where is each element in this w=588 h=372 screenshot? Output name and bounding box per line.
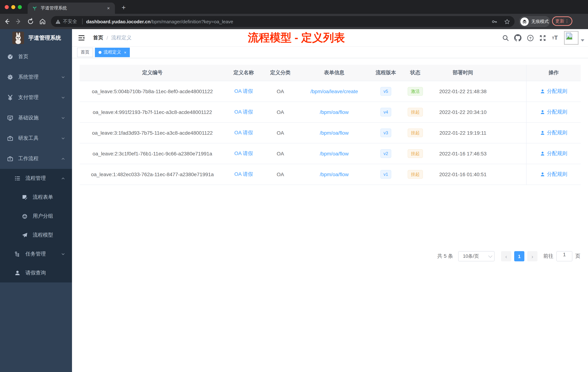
jumper-input[interactable]: 1 — [556, 251, 572, 261]
definition-name-link[interactable]: OA 请假 — [234, 171, 253, 178]
sidebar-item-label: 工作流程 — [18, 155, 39, 162]
chrome-menu-icon[interactable]: ⋮ — [565, 20, 569, 22]
password-key-icon[interactable] — [491, 18, 497, 25]
chevron-down-icon — [62, 96, 65, 99]
reload-icon[interactable] — [27, 18, 34, 25]
sidebar-item-process-model[interactable]: 流程模型 — [0, 226, 72, 245]
app-title: 芋道管理系统 — [28, 34, 61, 41]
tree-icon — [15, 251, 20, 257]
table-row: oa_leave:1:482ec033-762a-11ec-8477-a2380… — [80, 164, 581, 185]
search-icon[interactable] — [499, 29, 512, 47]
browser-tabbar: 芋道管理系统 × + — [0, 0, 588, 14]
form-link[interactable]: /bpm/oa/flow — [320, 109, 349, 115]
sidebar-item-infra[interactable]: 基础设施 — [0, 108, 72, 128]
breadcrumb-home[interactable]: 首页 — [93, 34, 103, 41]
cell-category: OA — [262, 109, 299, 115]
chevron-down-icon — [62, 76, 65, 79]
definition-name-link[interactable]: OA 请假 — [234, 109, 253, 115]
sidebar-item-workflow[interactable]: 工作流程 — [0, 149, 72, 169]
browser-tab[interactable]: 芋道管理系统 × — [28, 2, 115, 14]
security-warning-label[interactable]: 不安全 — [63, 18, 77, 25]
tag-close-icon[interactable]: × — [124, 50, 126, 55]
assign-rule-button[interactable]: 分配规则 — [540, 171, 567, 178]
traffic-light-zoom[interactable] — [18, 5, 22, 9]
prev-page-button[interactable]: ‹ — [501, 251, 511, 261]
home-icon[interactable] — [39, 18, 46, 25]
sidebar-item-label: 研发工具 — [18, 135, 39, 142]
sidebar-item-label: 请假查询 — [25, 270, 46, 276]
form-link[interactable]: /bpm/oa/flow — [320, 171, 349, 177]
assign-rule-button[interactable]: 分配规则 — [540, 150, 567, 157]
col-actions: 操作 — [526, 65, 581, 81]
definition-table: 定义编号 定义名称 定义分类 表单信息 流程版本 状态 部署时间 操作 oa_l… — [80, 65, 581, 185]
sidebar-item-label: 流程管理 — [25, 175, 46, 182]
sidebar-item-label: 支付管理 — [18, 94, 39, 101]
sidebar-item-process-mgmt[interactable]: 流程管理 — [0, 169, 72, 188]
svg-text:?: ? — [529, 36, 531, 40]
help-icon[interactable]: ? — [524, 29, 536, 47]
sidebar-toggle-icon[interactable] — [78, 35, 85, 41]
cell-deploy-time: 2022-01-22 19:19:11 — [429, 130, 497, 136]
tag-home[interactable]: 首页 — [77, 47, 93, 57]
chrome-update-button[interactable]: 更新 ⋮ — [552, 16, 572, 26]
sidebar-item-process-form[interactable]: 流程表单 — [0, 188, 72, 207]
incognito-icon — [520, 17, 529, 26]
tab-close-icon[interactable]: × — [106, 5, 111, 11]
workflow-submenu: 流程管理 流程表单 用户分组 — [0, 169, 72, 283]
assign-rule-button[interactable]: 分配规则 — [540, 88, 567, 95]
form-link[interactable]: /bpm/oa/leave/create — [310, 88, 358, 94]
table-row: oa_leave:4:991f2193-7b7f-11ec-a3c8-acde4… — [80, 102, 581, 123]
user-icon — [540, 89, 545, 94]
version-badge: v2 — [380, 149, 391, 158]
definition-name-link[interactable]: OA 请假 — [234, 88, 253, 95]
assign-rule-button[interactable]: 分配规则 — [540, 109, 567, 115]
col-definition-name: 定义名称 — [225, 69, 262, 76]
tag-process-definition[interactable]: 流程定义 × — [95, 47, 130, 57]
warning-icon — [55, 19, 61, 24]
page-number-1[interactable]: 1 — [514, 251, 524, 261]
user-icon — [540, 109, 545, 115]
traffic-light-close[interactable] — [5, 5, 9, 9]
sidebar-item-system[interactable]: 系统管理 — [0, 67, 72, 87]
font-size-icon[interactable]: TT — [549, 29, 561, 47]
traffic-light-minimize[interactable] — [11, 5, 15, 9]
update-label[interactable]: 更新 — [555, 18, 564, 24]
next-page-button[interactable]: › — [527, 251, 537, 261]
url-path: /bpm/manager/definition?key=oa_leave — [151, 19, 233, 24]
form-link[interactable]: /bpm/oa/flow — [320, 151, 349, 156]
form-link[interactable]: /bpm/oa/flow — [320, 130, 349, 136]
version-badge: v5 — [380, 87, 391, 96]
sidebar-item-leave-query[interactable]: 请假查询 — [0, 263, 72, 283]
tag-label: 首页 — [81, 49, 89, 55]
page-size-select[interactable]: 10条/页 — [458, 251, 494, 261]
chevron-up-icon — [62, 157, 65, 161]
sidebar-item-user-group[interactable]: 用户分组 — [0, 207, 72, 226]
tag-label: 流程定义 — [104, 49, 121, 55]
definition-name-link[interactable]: OA 请假 — [234, 130, 253, 136]
version-badge: v4 — [380, 108, 391, 117]
broken-image-icon — [565, 32, 573, 40]
sidebar-item-task-mgmt[interactable]: 任务管理 — [0, 245, 72, 263]
logo-image — [12, 32, 24, 44]
page-size-value: 10条/页 — [463, 253, 479, 260]
sidebar-logo[interactable]: 芋道管理系统 — [0, 29, 72, 47]
col-deploy-time: 部署时间 — [429, 69, 497, 76]
sidebar-item-devtools[interactable]: 研发工具 — [0, 128, 72, 149]
avatar[interactable] — [564, 31, 578, 45]
definition-name-link[interactable]: OA 请假 — [234, 150, 253, 157]
cell-deploy-time: 2022-01-22 20:34:10 — [429, 109, 497, 115]
sidebar-item-home[interactable]: 首页 — [0, 47, 72, 67]
forward-icon[interactable] — [15, 18, 22, 25]
assign-rule-button[interactable]: 分配规则 — [540, 130, 567, 136]
breadcrumb-separator: / — [106, 35, 108, 41]
github-icon[interactable] — [512, 29, 524, 47]
sidebar-item-payment[interactable]: 支付管理 — [0, 87, 72, 108]
new-tab-button[interactable]: + — [119, 3, 128, 12]
bookmark-star-icon[interactable] — [504, 18, 510, 25]
fullscreen-icon[interactable] — [536, 29, 549, 47]
back-icon[interactable] — [3, 18, 10, 25]
caret-down-icon[interactable] — [581, 39, 584, 42]
user-icon — [540, 172, 545, 177]
address-bar[interactable]: 不安全 dashboard.yudao.iocoder.cn/bpm/manag… — [51, 16, 514, 27]
chevron-down-icon — [62, 137, 65, 140]
